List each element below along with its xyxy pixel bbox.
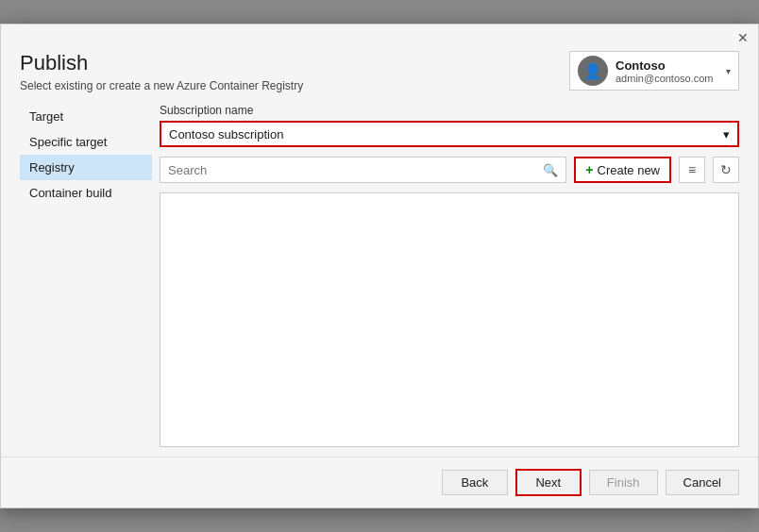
registry-list[interactable] <box>160 192 739 447</box>
next-button[interactable]: Next <box>515 469 582 496</box>
subscription-chevron-icon: ▾ <box>723 127 730 141</box>
subscription-row: Subscription name Contoso subscription ▾ <box>160 104 739 147</box>
sidebar-label-registry: Registry <box>29 160 75 175</box>
search-input[interactable] <box>168 163 537 177</box>
sidebar-item-specific-target[interactable]: Specific target <box>20 129 152 155</box>
close-button[interactable]: ✕ <box>735 30 751 45</box>
user-info: Contoso admin@contoso.com <box>616 58 718 84</box>
avatar: 👤 <box>578 56 608 86</box>
subscription-dropdown[interactable]: Contoso subscription ▾ <box>160 121 739 147</box>
plus-icon: + <box>585 162 593 177</box>
user-name: Contoso <box>616 58 718 73</box>
dialog-subtitle: Select existing or create a new Azure Co… <box>20 79 303 92</box>
user-panel[interactable]: 👤 Contoso admin@contoso.com ▾ <box>569 51 739 91</box>
search-box[interactable]: 🔍 <box>160 157 566 183</box>
create-new-button[interactable]: + Create new <box>574 157 671 183</box>
subscription-label: Subscription name <box>160 104 739 117</box>
sidebar-label-target: Target <box>29 109 63 124</box>
sidebar-label-specific-target: Specific target <box>29 135 107 149</box>
finish-button[interactable]: Finish <box>589 470 658 495</box>
header-section: Publish Select existing or create a new … <box>1 45 758 104</box>
list-view-button[interactable]: ≡ <box>679 157 705 183</box>
main-content: Target Specific target Registry Containe… <box>1 104 758 447</box>
sidebar-item-target[interactable]: Target <box>20 104 152 129</box>
user-dropdown-chevron: ▾ <box>726 66 731 76</box>
refresh-button[interactable]: ↻ <box>713 157 739 183</box>
dialog-title: Publish <box>20 51 303 75</box>
title-bar: ✕ <box>1 25 758 45</box>
search-icon: 🔍 <box>543 163 558 177</box>
cancel-button[interactable]: Cancel <box>666 470 739 495</box>
sidebar: Target Specific target Registry Containe… <box>20 104 160 447</box>
sidebar-label-container-build: Container build <box>29 186 111 200</box>
avatar-icon: 👤 <box>583 62 602 80</box>
refresh-icon: ↻ <box>720 162 732 177</box>
list-icon: ≡ <box>688 162 696 177</box>
publish-dialog: ✕ Publish Select existing or create a ne… <box>0 24 759 508</box>
header-left: Publish Select existing or create a new … <box>20 51 303 92</box>
back-button[interactable]: Back <box>442 470 508 495</box>
subscription-value: Contoso subscription <box>169 127 283 141</box>
create-new-label: Create new <box>598 163 660 177</box>
toolbar-row: 🔍 + Create new ≡ ↻ <box>160 157 739 183</box>
footer: Back Next Finish Cancel <box>1 457 758 507</box>
sidebar-item-container-build[interactable]: Container build <box>20 180 152 206</box>
user-email: admin@contoso.com <box>616 73 718 84</box>
content-area: Subscription name Contoso subscription ▾… <box>160 104 739 447</box>
sidebar-item-registry[interactable]: Registry <box>20 155 152 180</box>
